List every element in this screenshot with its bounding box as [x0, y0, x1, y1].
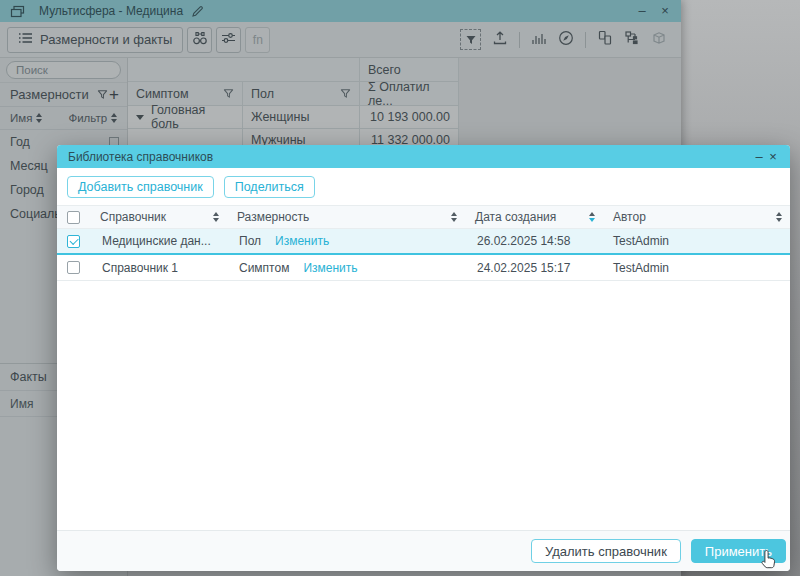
column-header-author[interactable]: Автор	[603, 206, 790, 228]
column-header-reference[interactable]: Справочник	[90, 206, 227, 228]
sort-created-icon[interactable]	[589, 212, 595, 222]
reference-author: TestAdmin	[603, 261, 790, 275]
reference-library-dialog: Библиотека справочников – × Добавить спр…	[57, 145, 790, 571]
references-table: Справочник Размерность Дата создания Авт…	[57, 205, 790, 281]
reference-name: Справочник 1	[90, 261, 227, 275]
reference-dimension: Пол	[239, 234, 261, 248]
table-row[interactable]: Справочник 1 Симптом Изменить 24.02.2025…	[57, 255, 790, 281]
reference-created: 26.02.2025 14:58	[465, 234, 603, 248]
column-header-created[interactable]: Дата создания	[465, 206, 603, 228]
add-reference-button[interactable]: Добавить справочник	[67, 176, 214, 198]
sort-dimension-icon[interactable]	[451, 212, 457, 222]
dialog-titlebar: Библиотека справочников – ×	[57, 145, 790, 168]
reference-name: Медицинские дан...	[90, 234, 227, 248]
dialog-minimize-button[interactable]: –	[752, 149, 766, 164]
column-header-dimension[interactable]: Размерность	[227, 206, 465, 228]
reference-author: TestAdmin	[603, 234, 790, 248]
mouse-pointer-icon	[761, 549, 778, 571]
row-checkbox[interactable]	[67, 261, 80, 274]
edit-link[interactable]: Изменить	[275, 234, 329, 248]
dialog-title: Библиотека справочников	[68, 150, 213, 164]
references-table-header: Справочник Размерность Дата создания Авт…	[57, 205, 790, 229]
edit-link[interactable]: Изменить	[303, 261, 357, 275]
reference-created: 24.02.2025 15:17	[465, 261, 603, 275]
share-button[interactable]: Поделиться	[224, 176, 315, 198]
sort-reference-icon[interactable]	[213, 212, 219, 222]
delete-reference-button[interactable]: Удалить справочник	[531, 539, 681, 563]
table-row-selected[interactable]: Медицинские дан... Пол Изменить 26.02.20…	[57, 229, 790, 255]
dialog-close-button[interactable]: ×	[766, 149, 780, 164]
reference-dimension: Симптом	[239, 261, 289, 275]
sort-author-icon[interactable]	[776, 212, 782, 222]
dialog-footer: Удалить справочник Применить	[57, 530, 790, 571]
select-all-checkbox[interactable]	[67, 211, 80, 224]
row-checkbox[interactable]	[67, 235, 80, 248]
